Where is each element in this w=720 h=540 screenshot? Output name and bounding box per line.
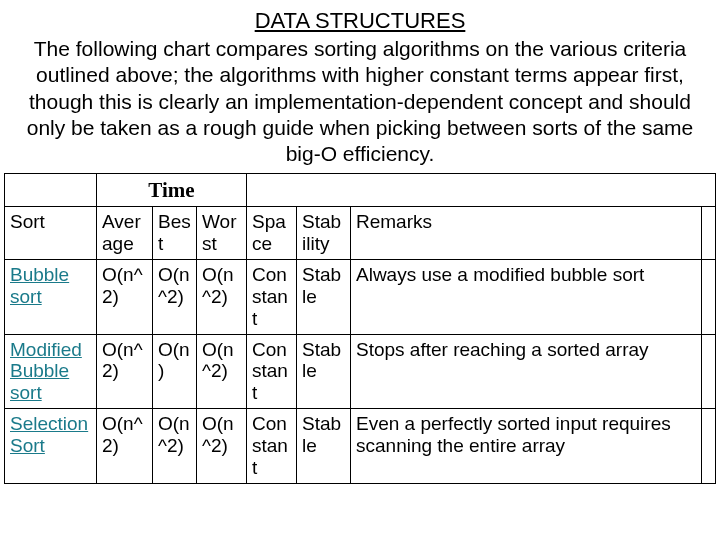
page-title: DATA STRUCTURES (4, 8, 716, 34)
col-remarks: Remarks (351, 207, 702, 260)
col-best: Best (153, 207, 197, 260)
best-cell: O(n^2) (153, 409, 197, 484)
bubble-sort-link[interactable]: Bubble sort (10, 264, 69, 307)
empty-cell (247, 174, 716, 207)
space-cell: Constant (247, 409, 297, 484)
space-cell: Constant (247, 260, 297, 335)
worst-cell: O(n^2) (197, 334, 247, 409)
empty-cell (5, 174, 97, 207)
table-row: Selection Sort O(n^2) O(n^2) O(n^2) Cons… (5, 409, 716, 484)
table-group-row: Time (5, 174, 716, 207)
stability-cell: Stable (297, 409, 351, 484)
stability-cell: Stable (297, 334, 351, 409)
empty-cell (702, 207, 716, 260)
col-space: Space (247, 207, 297, 260)
selection-sort-link[interactable]: Selection Sort (10, 413, 88, 456)
col-average: Average (97, 207, 153, 260)
avg-cell: O(n^2) (97, 334, 153, 409)
remarks-cell: Always use a modified bubble sort (351, 260, 702, 335)
modified-bubble-sort-link[interactable]: Modified Bubble sort (10, 339, 82, 404)
sort-name-cell: Bubble sort (5, 260, 97, 335)
space-cell: Constant (247, 334, 297, 409)
worst-cell: O(n^2) (197, 260, 247, 335)
col-worst: Worst (197, 207, 247, 260)
empty-cell (702, 334, 716, 409)
table-row: Modified Bubble sort O(n^2) O(n) O(n^2) … (5, 334, 716, 409)
avg-cell: O(n^2) (97, 260, 153, 335)
worst-cell: O(n^2) (197, 409, 247, 484)
sort-name-cell: Selection Sort (5, 409, 97, 484)
stability-cell: Stable (297, 260, 351, 335)
best-cell: O(n^2) (153, 260, 197, 335)
table-row: Bubble sort O(n^2) O(n^2) O(n^2) Constan… (5, 260, 716, 335)
sort-name-cell: Modified Bubble sort (5, 334, 97, 409)
table-header-row: Sort Average Best Worst Space Stability … (5, 207, 716, 260)
col-sort: Sort (5, 207, 97, 260)
intro-paragraph: The following chart compares sorting alg… (8, 36, 712, 167)
avg-cell: O(n^2) (97, 409, 153, 484)
col-stability: Stability (297, 207, 351, 260)
best-cell: O(n) (153, 334, 197, 409)
empty-cell (702, 260, 716, 335)
sort-comparison-table: Time Sort Average Best Worst Space Stabi… (4, 173, 716, 483)
empty-cell (702, 409, 716, 484)
remarks-cell: Stops after reaching a sorted array (351, 334, 702, 409)
time-group-header: Time (97, 174, 247, 207)
remarks-cell: Even a perfectly sorted input requires s… (351, 409, 702, 484)
